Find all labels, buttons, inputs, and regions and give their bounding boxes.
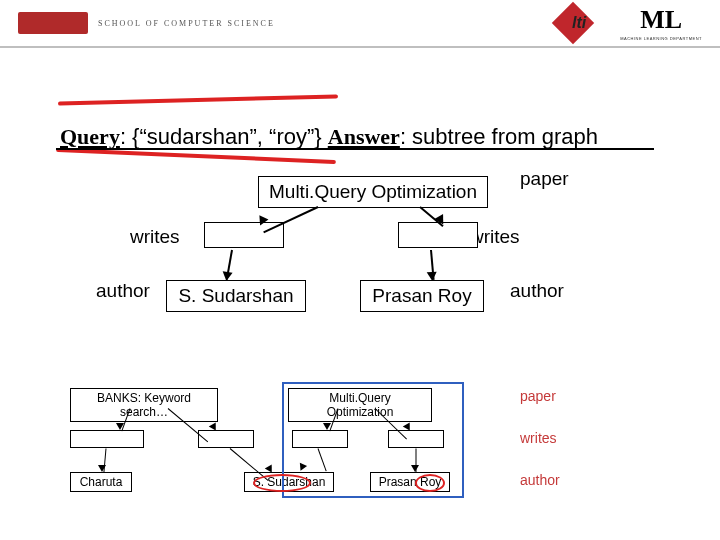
small-author-label: author	[520, 472, 560, 488]
small-charuta-node: Charuta	[70, 472, 132, 492]
header-bar: SCHOOL OF COMPUTER SCIENCE lti ML MACHIN…	[0, 0, 720, 48]
red-highlight-stroke	[58, 94, 338, 105]
school-name: SCHOOL OF COMPUTER SCIENCE	[98, 19, 275, 28]
author-sudarshan-node: S. Sudarshan	[166, 280, 306, 312]
keyword-match-highlight	[415, 474, 445, 492]
arrowhead-icon	[221, 271, 232, 281]
ml-logo-icon: ML MACHINE LEARNING DEPARTMENT	[620, 5, 702, 41]
paper-label: paper	[520, 168, 569, 190]
arrowhead-icon	[98, 465, 106, 472]
small-banks-node: BANKS: Keyword search…	[70, 388, 218, 422]
author-left-label: author	[96, 280, 150, 302]
author-roy-node: Prasan Roy	[360, 280, 484, 312]
graph-edge	[263, 206, 318, 233]
query-answer-line: Query: {“sudarshan”, “roy”} Answer: subt…	[60, 124, 650, 150]
author-right-label: author	[510, 280, 564, 302]
small-writes-label: writes	[520, 430, 557, 446]
arrowhead-icon	[116, 423, 124, 430]
small-writes-box	[70, 430, 144, 448]
header-left: SCHOOL OF COMPUTER SCIENCE	[18, 12, 275, 34]
paper-node: Multi.Query Optimization	[258, 176, 488, 208]
header-right: lti ML MACHINE LEARNING DEPARTMENT	[558, 5, 702, 41]
cmu-logo-icon	[18, 12, 88, 34]
title-underline	[56, 148, 654, 152]
small-writes-box	[198, 430, 254, 448]
writes-left-label: writes	[130, 226, 180, 248]
arrowhead-icon	[427, 272, 438, 282]
keyword-match-highlight	[253, 474, 311, 492]
lti-logo-icon: lti	[558, 8, 606, 38]
small-paper-label: paper	[520, 388, 556, 404]
